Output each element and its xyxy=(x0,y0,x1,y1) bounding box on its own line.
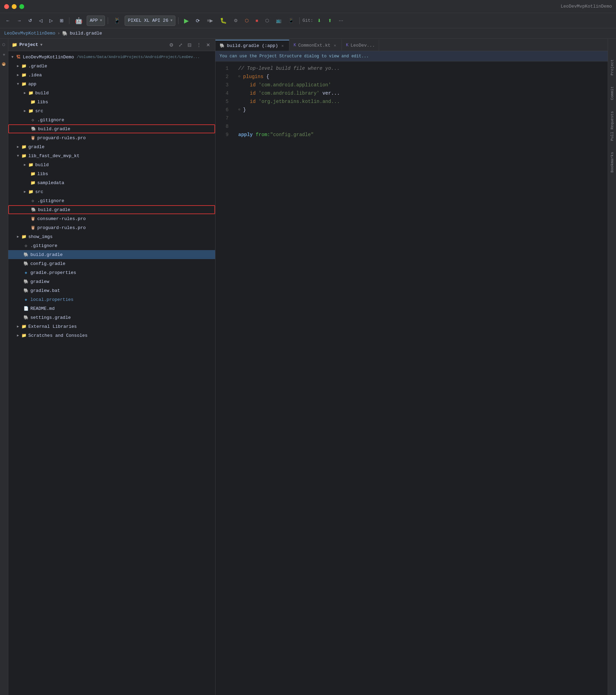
device-icon: 📱 xyxy=(111,16,123,26)
tree-item[interactable]: ▶ 📁 src xyxy=(8,106,215,115)
device-dropdown[interactable]: PIXEL XL API 26 ▼ xyxy=(125,16,175,26)
tree-item[interactable]: ▶ 📁 .idea xyxy=(8,70,215,79)
device-manager-button[interactable]: 📺 xyxy=(273,16,284,26)
tree-item[interactable]: ▶ 📁 show_imgs xyxy=(8,232,215,241)
tree-item[interactable]: ▶ 📁 Scratches and Consoles xyxy=(8,331,215,340)
toolbar-back-button[interactable]: ← xyxy=(3,16,13,26)
tree-item[interactable]: ▶ 📁 gradle xyxy=(8,142,215,151)
main-layout: ⬡ ⚒ 📦 📁 Project ▼ ⚙ ⤢ ⊟ ⋮ ✕ ▼ 🏗 xyxy=(0,39,616,695)
fold-icon[interactable]: ⊖ xyxy=(238,74,243,79)
toolbar-nav-forward[interactable]: ▷ xyxy=(47,16,56,26)
tree-item[interactable]: ▶ 📁 libs xyxy=(8,97,215,106)
right-label-pull-requests[interactable]: Pull Requests xyxy=(610,111,614,141)
tree-item-build-gradle-lib[interactable]: ▶ 🐘 build.gradle xyxy=(8,205,215,214)
git-history-button[interactable]: ⋯ xyxy=(336,16,346,26)
git-push-button[interactable]: ⬆ xyxy=(325,16,335,26)
tree-item[interactable]: ▶ 📁 src xyxy=(8,187,215,196)
code-string: 'org.jetbrains.kotlin.and... xyxy=(259,98,340,105)
panel-title-arrow[interactable]: ▼ xyxy=(40,43,43,47)
close-panel-icon[interactable]: ✕ xyxy=(205,41,212,48)
deploy-button[interactable]: ⬡ xyxy=(262,16,272,26)
tree-item[interactable]: ▶ 📁 External Libraries xyxy=(8,322,215,331)
code-plain xyxy=(256,98,258,105)
folder-icon: 📁 xyxy=(28,108,34,114)
tab-close-button[interactable]: ✕ xyxy=(280,43,285,48)
code-apply-keyword: apply xyxy=(238,131,253,139)
tab-label: LeoDev... xyxy=(350,43,375,48)
toolbar-bookmark-button[interactable]: ⊞ xyxy=(57,16,66,26)
tree-root-item[interactable]: ▼ 🏗 LeoDevMvpKotlinDemo /Volumes/Data/An… xyxy=(8,53,215,61)
toolwindow-icon-2[interactable]: ⚒ xyxy=(1,51,8,58)
git-pull-button[interactable]: ⬇ xyxy=(315,16,324,26)
rerun-button[interactable]: ⟳ xyxy=(193,16,203,26)
tree-item[interactable]: ▶ 🦉 proguard-rules.pro xyxy=(8,133,215,142)
close-button[interactable] xyxy=(4,4,9,9)
tree-item[interactable]: ▶ 🐘 config.gradle xyxy=(8,259,215,268)
tree-item[interactable]: ▶ 🐘 gradlew xyxy=(8,277,215,286)
maximize-button[interactable] xyxy=(19,4,24,9)
tree-item-lib[interactable]: ▼ 📁 lib_fast_dev_mvp_kt xyxy=(8,151,215,160)
right-label-project[interactable]: Project xyxy=(610,59,614,75)
profile-button[interactable]: ⬡ xyxy=(242,16,251,26)
run-button[interactable]: ▶ xyxy=(181,16,192,26)
file-icon: ◇ xyxy=(30,117,36,123)
stop-button[interactable]: ■ xyxy=(253,16,261,26)
code-indent xyxy=(238,81,250,89)
gear-icon[interactable]: ⚙ xyxy=(168,41,175,48)
item-label: .gradle xyxy=(28,64,47,69)
tree-item[interactable]: ▶ 📄 README.md xyxy=(8,304,215,313)
expand-icon[interactable]: ⤢ xyxy=(177,41,184,48)
tree-item[interactable]: ▶ 🐘 settings.gradle xyxy=(8,313,215,322)
toolwindow-icon-3[interactable]: 📦 xyxy=(1,61,8,68)
traffic-lights xyxy=(4,4,24,9)
tree-item[interactable]: ▶ 📁 build xyxy=(8,160,215,169)
git-label: Git: xyxy=(302,18,313,23)
editor-panel: 🐘 build.gradle (:app) ✕ K CommonExt.kt ✕… xyxy=(215,39,608,695)
fold-icon[interactable]: ⊕ xyxy=(238,107,243,113)
line-numbers: 1 2 3 4 5 6 7 8 9 xyxy=(215,61,233,695)
tab-commonext[interactable]: K CommonExt.kt ✕ xyxy=(289,40,342,51)
tree-item[interactable]: ▶ 📁 sampledata xyxy=(8,178,215,187)
file-tree: ▼ 🏗 LeoDevMvpKotlinDemo /Volumes/Data/An… xyxy=(8,51,215,695)
item-label: settings.gradle xyxy=(30,315,71,320)
tree-item[interactable]: ▶ ◈ gradle.properties xyxy=(8,268,215,277)
toolbar-refresh-button[interactable]: ↺ xyxy=(26,16,35,26)
right-label-bookmarks[interactable]: Bookmarks xyxy=(610,152,614,172)
code-line-7 xyxy=(238,114,602,122)
collapse-icon[interactable]: ⊟ xyxy=(186,41,193,48)
tab-close-button[interactable]: ✕ xyxy=(333,43,337,48)
toolbar-nav-back[interactable]: ◁ xyxy=(36,16,45,26)
code-line-8 xyxy=(238,122,602,131)
tree-item[interactable]: ▶ ◈ local.properties xyxy=(8,295,215,304)
tree-item[interactable]: ▶ 📁 libs xyxy=(8,169,215,178)
code-content[interactable]: // Top-level build file where yo... ⊖ pl… xyxy=(233,61,608,695)
tree-item[interactable]: ▶ 🦉 proguard-rules.pro xyxy=(8,223,215,232)
window-title: LeoDevMvpKotlinDemo xyxy=(561,4,612,9)
avd-button[interactable]: 📱 xyxy=(286,16,297,26)
code-editor[interactable]: 1 2 3 4 5 6 7 8 9 // Top-level build fil… xyxy=(215,61,608,695)
debug-button[interactable]: 🐛 xyxy=(217,16,230,26)
tree-item[interactable]: ▶ 📁 build xyxy=(8,88,215,97)
root-path: /Volumes/Data/AndroidProjects/AndroidPro… xyxy=(77,55,200,59)
app-config-dropdown[interactable]: APP ▼ xyxy=(87,16,105,26)
code-keyword: plugins xyxy=(243,73,263,80)
tree-item[interactable]: ▶ ◇ .gitignore xyxy=(8,196,215,205)
tree-item-build-gradle-app[interactable]: ▶ 🐘 build.gradle xyxy=(8,124,215,133)
tree-item[interactable]: ▶ ◇ .gitignore xyxy=(8,241,215,250)
tab-build-gradle-app[interactable]: 🐘 build.gradle (:app) ✕ xyxy=(215,40,289,51)
tree-item-root-build-gradle[interactable]: ▶ 🐘 build.gradle xyxy=(8,250,215,259)
coverage-button[interactable]: ≡▶ xyxy=(204,16,216,26)
breadcrumb-root[interactable]: LeoDevMvpKotlinDemo xyxy=(4,31,55,36)
tree-item[interactable]: ▶ 🐘 gradlew.bat xyxy=(8,286,215,295)
minimize-button[interactable] xyxy=(12,4,17,9)
tab-leodev[interactable]: K LeoDev... xyxy=(342,40,379,51)
toolbar-forward-button[interactable]: → xyxy=(14,16,24,26)
toolwindow-icon-1[interactable]: ⬡ xyxy=(1,41,8,48)
tree-item[interactable]: ▶ ◇ .gitignore xyxy=(8,115,215,124)
tree-item[interactable]: ▶ 🦉 consumer-rules.pro xyxy=(8,214,215,223)
attach-debugger-button[interactable]: ⚙ xyxy=(231,16,241,26)
more-icon[interactable]: ⋮ xyxy=(195,41,203,48)
right-label-commit[interactable]: Commit xyxy=(610,86,614,100)
tree-item[interactable]: ▶ 📁 .gradle xyxy=(8,61,215,70)
tree-item-app[interactable]: ▼ 📁 app xyxy=(8,79,215,88)
